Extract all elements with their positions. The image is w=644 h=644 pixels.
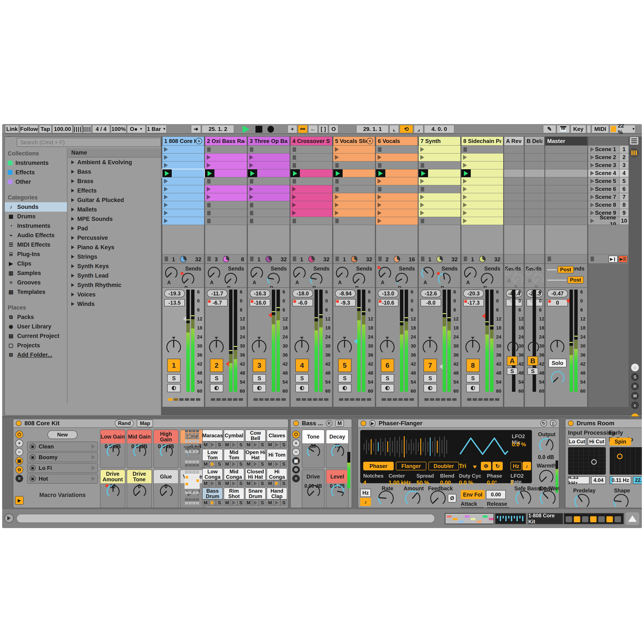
clip-slot[interactable] — [205, 146, 247, 153]
browser-list-item[interactable]: Synth Keys — [68, 261, 162, 271]
pad-mute-button[interactable]: M — [245, 442, 252, 448]
time-signature-field[interactable]: 4 / 4 — [92, 125, 110, 133]
send-b-knob[interactable] — [181, 272, 195, 286]
drum-pad-name[interactable]: Bass Drum — [202, 488, 223, 500]
launch-variation-icon[interactable] — [91, 476, 95, 481]
volume-field[interactable]: -13.5 — [164, 299, 185, 306]
filter-handle-icon[interactable] — [591, 459, 597, 465]
sidebar-item-clips[interactable]: ▶Clips — [5, 259, 67, 268]
spin-rate-field[interactable]: 0.11 Hz — [610, 476, 631, 484]
tempo-field[interactable]: 100.00 — [52, 125, 73, 133]
solo-button[interactable]: S — [210, 374, 223, 382]
clip-slot[interactable] — [162, 217, 204, 225]
clip-slot[interactable] — [461, 217, 503, 225]
clip-play-icon[interactable] — [420, 203, 424, 207]
clip-slot[interactable] — [333, 201, 375, 209]
browser-list-item[interactable]: Piano & Keys — [68, 243, 162, 252]
clip-slot[interactable] — [461, 153, 503, 161]
track-fold-icon[interactable]: ▼ — [367, 138, 373, 144]
quantize-menu[interactable]: 100% — [111, 125, 126, 133]
rail-solo-cue-icon[interactable]: S — [631, 373, 639, 381]
drum-pad-name[interactable]: Hand Clap — [267, 488, 287, 500]
clip-play-icon[interactable] — [463, 219, 467, 223]
rack-minus-icon[interactable]: − — [15, 448, 23, 456]
solo-button[interactable]: Solo — [548, 359, 567, 367]
clip-slot[interactable] — [419, 153, 460, 161]
arrangement-overview-thumbnail[interactable] — [445, 513, 494, 524]
clip-play-icon[interactable] — [463, 187, 467, 191]
clip-play-icon[interactable] — [378, 195, 381, 199]
clip-play-icon[interactable] — [463, 163, 467, 168]
clip-play-icon[interactable] — [207, 187, 211, 191]
clip-play-icon[interactable] — [164, 219, 168, 223]
macro-knob[interactable] — [106, 485, 120, 498]
clip-play-icon[interactable] — [292, 195, 296, 199]
send-b-knob[interactable] — [310, 272, 323, 286]
clip-play-icon[interactable] — [249, 155, 253, 160]
clip-stop-icon[interactable] — [335, 187, 339, 191]
track-activator-button[interactable]: 1 — [167, 359, 181, 372]
rack-delete-variation-icon[interactable]: ⊖ — [15, 466, 23, 474]
drum-pad-name[interactable]: Low Conga — [202, 468, 223, 480]
pad-play-button[interactable] — [273, 461, 280, 467]
launch-variation-icon[interactable] — [91, 455, 95, 460]
pad-mute-button[interactable]: M — [224, 480, 231, 487]
bass-plus-icon[interactable]: + — [292, 439, 300, 447]
pad-play-button[interactable] — [252, 500, 259, 506]
spin-button[interactable]: ↻ — [492, 462, 503, 470]
macro-knob[interactable] — [133, 485, 147, 498]
macro-knob[interactable] — [331, 445, 345, 458]
empty-slot[interactable] — [545, 209, 587, 217]
track-activator-button[interactable]: 4 — [295, 359, 309, 372]
arm-record-button[interactable] — [295, 384, 309, 392]
clip-play-icon[interactable] — [335, 155, 339, 160]
spin-amount-field[interactable]: 22.4 — [633, 476, 642, 484]
link-button[interactable]: Link — [5, 125, 19, 133]
volume-field[interactable]: -6.7 — [207, 299, 228, 306]
device-chain-thumbnail[interactable] — [564, 513, 624, 524]
empty-slot[interactable] — [525, 146, 544, 153]
clip-play-icon[interactable] — [164, 147, 168, 152]
clip-slot[interactable] — [376, 209, 418, 217]
solo-button[interactable]: S — [253, 374, 266, 382]
scene-play-icon[interactable] — [590, 211, 594, 215]
drum-pad[interactable]: Open Hi HatMS — [245, 449, 266, 467]
drum-pad-name[interactable]: Mid Conga — [224, 468, 244, 480]
clip-stop-icon[interactable] — [335, 163, 339, 168]
param-value[interactable]: 50 % — [416, 479, 429, 486]
attack-field[interactable]: 6.00 ms — [461, 507, 483, 508]
clip-play-icon[interactable] — [292, 203, 296, 207]
rail-io-icon[interactable]: ◌ — [631, 364, 639, 371]
rate-knob[interactable] — [378, 490, 394, 506]
clip-slot[interactable] — [461, 185, 503, 193]
pan-knob[interactable] — [251, 339, 267, 355]
browser-list-item[interactable]: Bass — [68, 167, 162, 176]
clip-play-icon[interactable] — [463, 155, 467, 160]
pad-mute-button[interactable]: M — [267, 500, 273, 506]
sidebar-item-projects[interactable]: ▢Projects — [5, 341, 67, 350]
drum-pad-name[interactable]: Open Hi Hat — [245, 449, 266, 461]
show-hide-detail-button[interactable] — [626, 512, 639, 525]
clip-stop-icon[interactable] — [421, 163, 424, 168]
macro-knob[interactable] — [159, 485, 173, 498]
macro-knob[interactable] — [307, 445, 320, 458]
pad-play-button[interactable] — [209, 442, 216, 448]
camera-icon[interactable]: ▣ — [30, 465, 36, 471]
scene-play-icon[interactable] — [590, 219, 594, 223]
send-a-knob[interactable] — [464, 266, 477, 280]
clip-stop-icon[interactable] — [293, 179, 296, 184]
solo-button[interactable]: S — [507, 368, 518, 375]
clip-slot[interactable] — [248, 185, 290, 193]
sidebar-item-sounds[interactable]: ♪Sounds — [5, 202, 67, 212]
pan-knob[interactable] — [337, 339, 352, 355]
macro-knob[interactable] — [331, 485, 345, 498]
device-on-icon[interactable] — [568, 421, 574, 426]
clip-play-icon[interactable] — [463, 195, 467, 199]
drum-pad[interactable]: Low CongaMS — [202, 468, 223, 487]
pan-knob[interactable] — [294, 339, 310, 355]
clip-stop-icon[interactable] — [250, 147, 253, 152]
rail-crossfade-icon[interactable]: c — [631, 401, 639, 409]
clip-play-icon[interactable] — [378, 155, 381, 160]
track-activator-button[interactable]: 3 — [253, 359, 266, 372]
camera-icon[interactable]: ▣ — [30, 476, 36, 482]
